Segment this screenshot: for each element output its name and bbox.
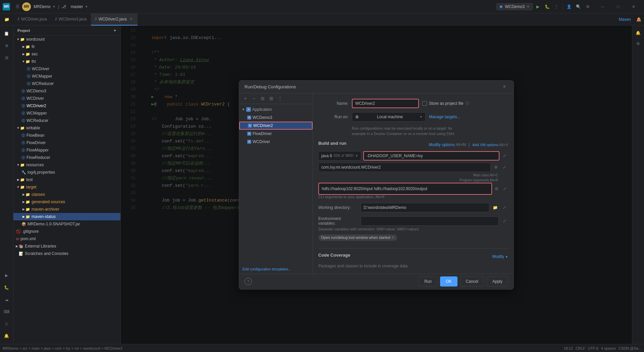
account-button[interactable]: 👤: [564, 2, 574, 11]
tree-item-flowbean[interactable]: ⓪ FlowBean: [13, 132, 120, 139]
tree-item-wcmapper-2[interactable]: ⓪ WCMapper: [13, 109, 120, 117]
tree-item-log4j[interactable]: 🔧 log4j.properties: [13, 169, 120, 176]
add-vm-link[interactable]: Add VM options Alt+V: [472, 143, 508, 147]
sidebar-vcs-icon[interactable]: ⊕: [1, 40, 12, 51]
vm-options-input[interactable]: [363, 151, 499, 161]
tree-item-resources[interactable]: ▼ 📁 resources: [13, 161, 120, 169]
config-section-application[interactable]: ▼ A Application: [239, 105, 313, 114]
run-config-selector[interactable]: ◉ WCDemo3 ▼: [496, 3, 533, 10]
sidebar-notifications-icon[interactable]: 🔔: [1, 331, 12, 341]
store-as-project-checkbox[interactable]: Store as project file ⓘ: [422, 101, 469, 106]
tree-item-sec[interactable]: ▶ 📁 sec: [13, 50, 120, 58]
ok-button[interactable]: OK: [440, 276, 457, 287]
main-class-settings-icon[interactable]: ⚙: [492, 164, 499, 171]
tree-item-thi[interactable]: ▼ 📁 thi: [13, 58, 120, 65]
working-dir-folder-icon[interactable]: 📁: [491, 204, 499, 211]
vm-options-expand-icon[interactable]: ⤢: [501, 152, 508, 160]
help-question-button[interactable]: ?: [245, 278, 252, 285]
notification-bell[interactable]: 🔔: [636, 17, 641, 22]
tree-item-writable[interactable]: ▼ 📁 writable: [13, 124, 120, 132]
tab-close-icon[interactable]: ✕: [129, 17, 133, 21]
tree-item-scratches[interactable]: 📝 Scratches and Consoles: [13, 250, 120, 257]
main-class-input[interactable]: [318, 163, 491, 172]
main-class-expand-icon[interactable]: ⤢: [501, 164, 508, 171]
tree-item-wcreducer-2[interactable]: ⓪ WCReducer: [13, 117, 120, 124]
run-button[interactable]: Run: [419, 276, 437, 287]
right-notifications-button[interactable]: 🔔: [634, 28, 643, 38]
apply-button[interactable]: Apply: [487, 276, 508, 287]
run-on-dropdown[interactable]: 🖥 Local machine ▼: [352, 112, 426, 122]
project-name[interactable]: MRDemo ▼: [31, 3, 58, 10]
prog-args-settings-icon[interactable]: ⚙: [493, 185, 500, 192]
sidebar-project-icon[interactable]: 📋: [1, 28, 12, 39]
program-args-input[interactable]: [318, 183, 492, 195]
config-item-wcdriver[interactable]: A WCDriver: [239, 138, 313, 146]
sidebar-structure-icon[interactable]: ⊞: [1, 52, 12, 63]
status-line-ending[interactable]: CRLF: [576, 346, 585, 350]
status-path[interactable]: MRDemo > src > main > java > com > lxy >…: [3, 346, 122, 350]
tree-item-external-libs[interactable]: ▶ 📚 External Libraries: [13, 243, 120, 250]
search-button[interactable]: 🔍: [574, 2, 583, 11]
branch-name[interactable]: master ▼: [68, 3, 91, 10]
tree-item-test[interactable]: ▶ 📁 test: [13, 176, 120, 183]
add-config-button[interactable]: +: [241, 94, 249, 102]
tree-item-wcreducer-1[interactable]: ⓪ WCReducer: [13, 80, 120, 87]
status-encoding[interactable]: UTF-8: [588, 346, 598, 350]
sidebar-terminal-icon[interactable]: ⌨: [1, 306, 12, 317]
run-button[interactable]: ▶: [533, 2, 542, 11]
working-dir-expand-icon[interactable]: ⤢: [501, 204, 508, 211]
tree-item-gitignore[interactable]: 🚫 .gitignore: [13, 228, 120, 235]
dialog-close-button[interactable]: ✕: [501, 83, 508, 90]
tree-item-pomxml[interactable]: m pom.xml: [13, 235, 120, 243]
env-vars-expand-icon[interactable]: ⤢: [501, 217, 508, 225]
maven-panel-button[interactable]: Maven: [613, 17, 636, 22]
status-position[interactable]: 18:12: [564, 346, 573, 350]
more-services-button[interactable]: ⋮: [552, 2, 561, 11]
tree-item-wordcount[interactable]: ▼ 📁 wordcount: [13, 36, 120, 43]
modify-link[interactable]: Modify ▼: [492, 254, 508, 259]
name-input[interactable]: [352, 99, 419, 108]
hamburger-menu[interactable]: ☰: [13, 2, 22, 11]
debug-button[interactable]: 🐛: [542, 2, 552, 11]
tree-item-maven-status[interactable]: ▶ 📁 maven-status: [13, 213, 120, 220]
status-csdn[interactable]: CSDN @Sa...: [619, 346, 641, 350]
prog-args-expand-icon[interactable]: ⤢: [501, 185, 508, 192]
tree-item-maven-archiver[interactable]: ▶ 📁 maven-archiver: [13, 206, 120, 213]
config-item-flowdriver[interactable]: A FlowDriver: [239, 130, 313, 138]
tree-item-flowmapper[interactable]: ⓪ FlowMapper: [13, 146, 120, 154]
maximize-button[interactable]: □: [610, 0, 626, 13]
tree-item-target[interactable]: ▼ 📁 target: [13, 183, 120, 191]
tree-item-wcdriver-2[interactable]: ⓪ WCDriver: [13, 95, 120, 102]
tab-wcdemo3-java[interactable]: J WCDemo3.java: [51, 13, 91, 26]
tree-item-generated-sources[interactable]: ▶ 📁 generated-sources: [13, 198, 120, 206]
tree-item-flowdriver[interactable]: ⓪ FlowDriver: [13, 139, 120, 146]
sdk-dropdown[interactable]: java 8 SDK of 'MRD' ▼: [318, 151, 361, 161]
working-dir-input[interactable]: [361, 203, 489, 212]
status-indent[interactable]: 4 spaces: [601, 346, 616, 350]
remove-config-button[interactable]: −: [250, 94, 258, 102]
settings-button[interactable]: ⚙: [583, 2, 592, 11]
more-config-button[interactable]: ⋮: [276, 94, 284, 102]
sidebar-debug-icon[interactable]: 🐛: [1, 282, 12, 293]
tree-item-wcdriver2[interactable]: ⓪ WCDriver2: [13, 102, 120, 109]
close-button[interactable]: ✕: [626, 0, 641, 13]
cancel-button[interactable]: Cancel: [460, 276, 484, 287]
copy-config-button[interactable]: ⧉: [259, 94, 267, 102]
sidebar-services-icon[interactable]: ☁: [1, 294, 12, 305]
tree-item-classes[interactable]: ▶ 📁 classes: [13, 191, 120, 198]
tree-item-wcdemo3[interactable]: ⓪ WCDemo3: [13, 87, 120, 95]
config-item-wcdemo3[interactable]: A WCDemo3: [239, 114, 313, 122]
tree-item-flowreducer[interactable]: ⓪ FlowReducer: [13, 154, 120, 161]
tree-item-wcdriver-1[interactable]: ⓪ WCDriver: [13, 65, 120, 73]
store-checkbox-box[interactable]: [422, 101, 427, 106]
right-settings-button[interactable]: ⚙: [634, 39, 643, 48]
copy-config2-button[interactable]: ⊞: [267, 94, 275, 102]
tree-item-fir[interactable]: ▶ 📁 fir: [13, 43, 120, 50]
tab-wcdriver2-java[interactable]: J WCDriver2.java ✕: [91, 13, 138, 26]
sidebar-run-icon[interactable]: ▶: [1, 270, 12, 281]
tree-item-wcmapper-1[interactable]: ⓪ WCMapper: [13, 73, 120, 80]
manage-targets-link[interactable]: Manage targets...: [429, 115, 460, 119]
tab-wcdriver-java[interactable]: J WCDriver.java: [13, 13, 51, 26]
sidebar-problems-icon[interactable]: ⚠: [1, 318, 12, 329]
env-vars-input[interactable]: [361, 216, 499, 226]
